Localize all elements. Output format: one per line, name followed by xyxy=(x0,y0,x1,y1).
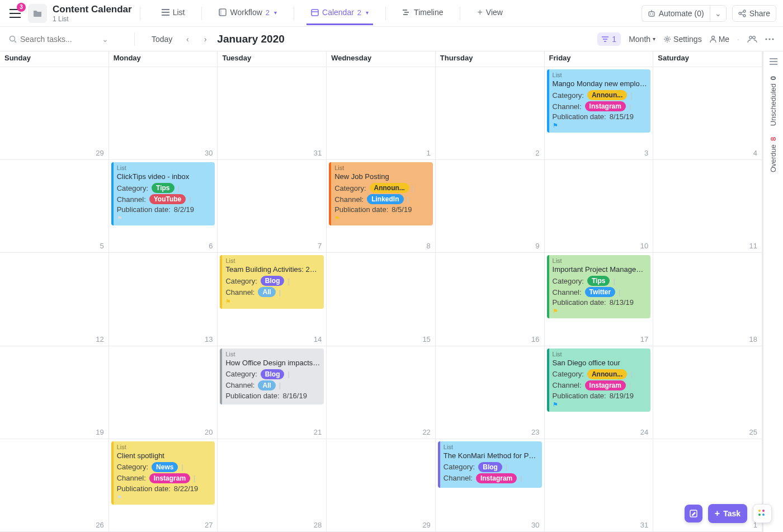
event-list-label: List xyxy=(553,72,648,78)
event-card[interactable]: ListMango Monday new employeeCategory: A… xyxy=(547,69,651,133)
svg-point-23 xyxy=(758,514,761,516)
calendar-cell[interactable]: 25 xyxy=(653,346,762,439)
chevron-down-icon[interactable]: ⌄ xyxy=(102,35,109,44)
svg-point-9 xyxy=(739,12,741,15)
tab-workflow[interactable]: Workflow 2 ▾ xyxy=(214,1,281,25)
search-input[interactable] xyxy=(20,35,98,44)
event-card[interactable]: ListImportant Project ManagemenCategory:… xyxy=(547,255,651,318)
svg-rect-5 xyxy=(403,14,408,15)
calendar-cell[interactable]: 18 xyxy=(653,253,762,346)
divider xyxy=(140,7,140,20)
add-view-button[interactable]: + View xyxy=(473,1,507,26)
next-month-button[interactable]: › xyxy=(199,33,211,45)
menu-button[interactable]: 3 xyxy=(7,5,23,22)
overdue-button[interactable]: Overdue 8 xyxy=(769,137,777,172)
folder-icon-button[interactable] xyxy=(28,4,47,23)
calendar-cell[interactable]: 20 xyxy=(109,346,218,439)
calendar-cell[interactable]: 28 xyxy=(218,439,327,532)
filter-button[interactable]: 1 xyxy=(597,32,621,46)
calendar-cell[interactable]: 19 xyxy=(0,346,109,439)
day-number: 21 xyxy=(314,428,322,436)
event-card[interactable]: ListHow Office Design impacts PrCategory… xyxy=(220,349,324,404)
calendar-cell[interactable]: 16 xyxy=(436,253,545,346)
calendar-cell[interactable]: 23 xyxy=(436,346,545,439)
svg-point-10 xyxy=(743,10,746,12)
calendar-cell[interactable]: 13 xyxy=(109,253,218,346)
workflow-icon xyxy=(219,8,227,16)
calendar-cell[interactable]: 5 xyxy=(0,160,109,253)
calendar-cell[interactable]: ListNew Job PostingCategory: Announ... |… xyxy=(327,160,436,253)
today-button[interactable]: Today xyxy=(148,32,176,46)
day-number: 6 xyxy=(209,242,213,250)
new-task-fab[interactable]: + Task xyxy=(708,504,747,523)
calendar-cell[interactable]: 31 xyxy=(545,439,654,532)
prev-month-button[interactable]: ‹ xyxy=(181,33,194,45)
automate-button[interactable]: Automate (0) xyxy=(642,5,710,22)
day-header: Friday xyxy=(545,51,654,67)
svg-rect-3 xyxy=(403,10,407,11)
assignees-button[interactable] xyxy=(747,35,757,43)
range-selector[interactable]: Month ▾ xyxy=(629,35,655,44)
calendar-cell[interactable]: 11 xyxy=(653,160,762,253)
day-number: 22 xyxy=(422,428,430,436)
calendar-cell[interactable]: 26 xyxy=(0,439,109,532)
apps-fab[interactable] xyxy=(753,504,772,523)
event-list-label: List xyxy=(117,444,212,450)
notepad-fab[interactable] xyxy=(685,505,702,522)
tab-timeline[interactable]: Timeline xyxy=(398,1,447,25)
calendar-cell[interactable]: 15 xyxy=(327,253,436,346)
calendar-cell[interactable]: ListClient spotlightCategory: News |Chan… xyxy=(109,439,218,532)
day-header: Tuesday xyxy=(218,51,327,67)
calendar-cell[interactable]: 29 xyxy=(327,439,436,532)
calendar-cell[interactable]: 29 xyxy=(0,67,109,160)
calendar-cell[interactable]: ListMango Monday new employeeCategory: A… xyxy=(545,67,654,160)
unscheduled-button[interactable]: Unscheduled 0 xyxy=(769,76,777,126)
more-button[interactable] xyxy=(765,38,774,40)
flag-icon: ⚑ xyxy=(553,308,648,315)
right-rail: Unscheduled 0 Overdue 8 xyxy=(763,51,783,532)
event-category-row: Category: Blog | xyxy=(444,462,539,472)
event-card[interactable]: ListNew Job PostingCategory: Announ... |… xyxy=(329,162,433,225)
event-list-label: List xyxy=(225,351,320,357)
event-card[interactable]: ListSan Diego office tourCategory: Annou… xyxy=(547,349,651,412)
calendar-cell[interactable]: 31 xyxy=(218,67,327,160)
calendar-cell[interactable]: ListHow Office Design impacts PrCategory… xyxy=(218,346,327,439)
event-channel-row: Channel: All | xyxy=(225,380,320,390)
event-card[interactable]: ListTeam Building Activities: 25 ECatego… xyxy=(220,255,324,309)
me-filter[interactable]: Me xyxy=(710,35,729,44)
automate-dropdown[interactable]: ⌄ xyxy=(710,5,727,22)
event-channel-row: Channel: Instagram | xyxy=(117,473,212,483)
event-card[interactable]: ListClient spotlightCategory: News |Chan… xyxy=(111,441,215,505)
day-header: Wednesday xyxy=(327,51,436,67)
calendar-cell[interactable]: 9 xyxy=(436,160,545,253)
share-button[interactable]: Share xyxy=(732,5,776,22)
svg-point-14 xyxy=(711,36,714,39)
list-icon[interactable] xyxy=(770,58,777,65)
tab-list[interactable]: List xyxy=(157,1,190,25)
calendar-cell[interactable]: ListThe KonMari Method for ProjeCategory… xyxy=(436,439,545,532)
flag-icon: ⚑ xyxy=(553,401,648,408)
dot-divider: · xyxy=(737,35,739,44)
calendar-cell[interactable]: 1 xyxy=(327,67,436,160)
tab-calendar[interactable]: Calendar 2 ▾ xyxy=(306,1,373,25)
calendar-cell[interactable]: ListTeam Building Activities: 25 ECatego… xyxy=(218,253,327,346)
calendar-cell[interactable]: 10 xyxy=(545,160,654,253)
calendar-cell[interactable]: 7 xyxy=(218,160,327,253)
event-list-label: List xyxy=(334,164,430,171)
calendar-cell[interactable]: 30 xyxy=(109,67,218,160)
event-category-row: Category: Blog | xyxy=(225,369,320,379)
calendar-cell[interactable]: 4 xyxy=(653,67,762,160)
day-number: 17 xyxy=(640,335,648,343)
event-title: How Office Design impacts Pr xyxy=(225,359,320,367)
calendar-cell[interactable]: 22 xyxy=(327,346,436,439)
settings-button[interactable]: Settings xyxy=(663,35,702,44)
event-card[interactable]: ListThe KonMari Method for ProjeCategory… xyxy=(438,441,542,488)
event-card[interactable]: ListClickTips video - inboxCategory: Tip… xyxy=(111,162,215,225)
calendar-cell[interactable]: 2 xyxy=(436,67,545,160)
calendar-cell[interactable]: ListClickTips video - inboxCategory: Tip… xyxy=(109,160,218,253)
calendar-cell[interactable]: 12 xyxy=(0,253,109,346)
calendar-cell[interactable]: ListSan Diego office tourCategory: Annou… xyxy=(545,346,654,439)
flag-icon: ⚑ xyxy=(117,215,212,222)
calendar-cell[interactable]: ListImportant Project ManagemenCategory:… xyxy=(545,253,654,346)
svg-rect-1 xyxy=(219,9,221,16)
